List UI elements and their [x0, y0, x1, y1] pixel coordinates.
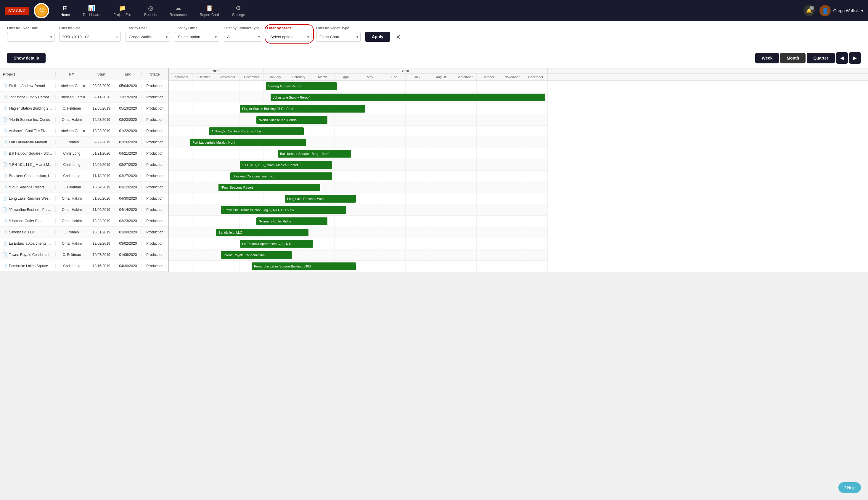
filter-fixed-date-group: Filter by Fixed Date ▾	[7, 26, 55, 42]
gantt-month-col	[453, 114, 477, 125]
gantt-month-col	[406, 182, 429, 193]
nav-item-reports[interactable]: ◎ Reports	[138, 2, 163, 19]
gantt-month-col	[193, 114, 216, 125]
gantt-month-col	[453, 182, 477, 193]
gantt-bar: *LFH-101, LLC_ Miami Medical Center	[240, 161, 332, 169]
cell-project: 📄 *Powerline Business Park Bldg H, N/O	[0, 207, 56, 212]
cell-end: 01/06/2020	[115, 253, 141, 257]
nav-logo[interactable]: BEST ROOFING	[34, 3, 49, 18]
gantt-row: Pembroke Lakes Square-Building #300	[169, 261, 548, 272]
cell-end: 04/14/2020	[115, 208, 141, 212]
gantt-month-col	[524, 227, 548, 238]
gantt-month-col	[477, 238, 500, 249]
doc-icon: 📄	[2, 162, 7, 167]
filter-stage-select[interactable]: Select option	[267, 32, 311, 42]
gantt-month-col	[169, 238, 193, 249]
nav-item-dashboard[interactable]: 📊 Dashboard	[77, 2, 107, 19]
filter-report-select[interactable]: Gantt Chart	[316, 32, 361, 42]
table-row: 📄 *Powerline Business Park Bldg H, N/O O…	[0, 204, 168, 215]
month-button[interactable]: Month	[780, 53, 806, 64]
gantt-month-col	[406, 103, 429, 114]
filter-contract-select[interactable]: All	[224, 32, 262, 42]
gantt-month-col	[335, 171, 358, 182]
gantt-bar: *North Sunrise Inc. Condo	[256, 116, 327, 124]
filter-office-select[interactable]: Select option	[175, 32, 219, 42]
gantt-month-col	[382, 171, 406, 182]
nav-user[interactable]: 👤 Gregg Wallick ▾	[820, 5, 863, 16]
gantt-left-body: 📄 Smiling Andrew Reroof Lisbeleen Garcia…	[0, 80, 168, 272]
gantt-month-col	[193, 171, 216, 182]
gantt-month-col	[429, 261, 453, 272]
cell-project: 📄 La Estancia Apartments G, H, K Reroc	[0, 241, 56, 246]
quarter-button[interactable]: Quarter	[807, 53, 835, 64]
filter-user-select[interactable]: Gregg Wallick	[126, 32, 170, 42]
month-cell: April	[335, 74, 358, 80]
apply-button[interactable]: Apply	[365, 32, 390, 42]
gantt-month-col	[382, 261, 406, 272]
table-row: 📄 Sandisfield, LLC J.Romeo 10/31/2019 01…	[0, 227, 168, 238]
gantt-month-col	[477, 114, 500, 125]
cell-stage: Production	[141, 84, 168, 88]
month-cell: August	[429, 74, 453, 80]
gantt-bar: Bal Harbour Square - Bldg 1 Men'	[278, 150, 351, 158]
cell-project: 📄 Towne Royale Condominium	[0, 252, 56, 257]
filter-date-clear-icon[interactable]: ✕	[115, 35, 118, 39]
next-arrow-button[interactable]: ▶	[849, 52, 861, 64]
month-cell: September	[453, 74, 477, 80]
filter-date-input[interactable]	[59, 32, 121, 42]
gantt-month-col	[169, 114, 193, 125]
gantt-month-col	[382, 81, 406, 92]
user-chevron-icon: ▾	[861, 8, 863, 13]
gantt-month-col	[169, 204, 193, 215]
table-row: 📄 *Humana Cutler Ridge Omar Hakim 12/23/…	[0, 215, 168, 227]
gantt-month-col	[429, 227, 453, 238]
cell-stage: Production	[141, 219, 168, 223]
nav-item-resources[interactable]: ☁ Resources	[163, 2, 193, 19]
gantt-month-col	[524, 216, 548, 227]
cell-pm: C. Feldman	[56, 106, 88, 111]
cell-project: 📄 *Four Seasons Resort	[0, 185, 56, 189]
show-details-button[interactable]: Show details	[7, 53, 46, 64]
gantt-month-col	[477, 216, 500, 227]
cell-start: 11/06/2019	[88, 208, 115, 212]
nav-bell[interactable]: 🔔 0	[803, 5, 815, 16]
gantt-month-col	[311, 238, 335, 249]
gantt-month-col	[453, 103, 477, 114]
cell-stage: Production	[141, 129, 168, 133]
nav-item-project-file[interactable]: 📁 Project File	[107, 2, 138, 19]
dashboard-icon: 📊	[88, 4, 95, 12]
staging-badge: STAGING	[5, 7, 29, 15]
col-header-start: Start	[88, 72, 115, 77]
gantt-month-col	[216, 92, 240, 103]
nav-item-report-card[interactable]: 📋 Report Card	[193, 2, 225, 19]
gantt-month-col	[193, 148, 216, 159]
gantt-month-col	[500, 216, 524, 227]
gantt-month-col	[406, 261, 429, 272]
week-button[interactable]: Week	[755, 53, 779, 64]
gantt-timeline-header: 20192020 SeptemberOctoberNovemberDecembe…	[169, 68, 868, 81]
gantt-month-col	[335, 216, 358, 227]
nav-item-home[interactable]: ⊞ Home	[54, 2, 77, 19]
prev-arrow-button[interactable]: ◀	[836, 52, 848, 64]
table-row: 📄 Long Lake Ranches West Omar Hakim 01/3…	[0, 193, 168, 204]
gantt-month-col	[477, 261, 500, 272]
cell-stage: Production	[141, 241, 168, 246]
cell-end: 04/30/2020	[115, 196, 141, 201]
gantt-month-col	[382, 159, 406, 170]
cell-stage: Production	[141, 264, 168, 268]
gantt-month-col	[169, 137, 193, 148]
gantt-row: *Humana Cutler Ridge	[169, 216, 548, 227]
close-filter-button[interactable]: ✕	[395, 32, 402, 42]
gantt-month-col	[311, 126, 335, 137]
gantt-month-col	[382, 137, 406, 148]
gantt-month-col	[382, 193, 406, 204]
cell-pm: Omar Hakim	[56, 241, 88, 246]
cell-stage: Production	[141, 106, 168, 111]
gantt-month-col	[358, 193, 382, 204]
table-row: 📄 *LFH-101, LLC_ Miami Medical Center Ch…	[0, 159, 168, 170]
cell-pm: Omar Hakim	[56, 196, 88, 201]
nav-item-settings[interactable]: ⚙ Settings	[225, 2, 251, 19]
gantt-month-col	[429, 114, 453, 125]
cell-project: 📄 Long Lake Ranches West	[0, 196, 56, 201]
filter-fixed-date-select[interactable]	[7, 32, 55, 42]
